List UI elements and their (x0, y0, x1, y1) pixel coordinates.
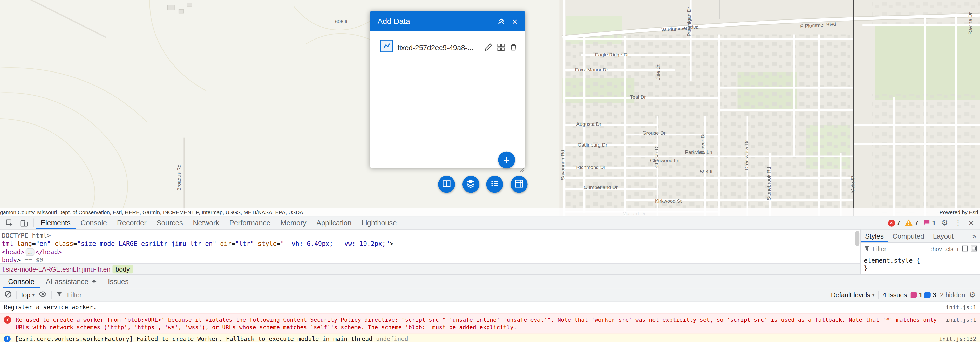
add-data-widget-button[interactable] (438, 176, 455, 193)
map-label: Creekview Dr (744, 140, 749, 170)
error-icon: × (888, 219, 895, 226)
source-link[interactable]: init.js:132 (930, 336, 976, 342)
tab-application[interactable]: Application (312, 216, 356, 229)
map-canvas[interactable]: 606 ft598 ftEagle Ridge DrFoxx Manor DrT… (0, 0, 980, 216)
styles-tabbar: Styles Computed Layout » (861, 230, 980, 243)
styles-filter-input[interactable]: Filter (873, 245, 928, 252)
console-settings-icon[interactable]: ⚙ (969, 290, 975, 299)
tab-lighthouse[interactable]: Lighthouse (356, 216, 402, 229)
dom-tree-node[interactable]: DOCTYPE html> (2, 232, 860, 240)
tab-computed[interactable]: Computed (888, 230, 929, 242)
inspect-icon[interactable] (3, 219, 17, 227)
style-rules: element.style { } (861, 256, 980, 274)
styles-panel: Styles Computed Layout » Filter :hov .cl… (861, 230, 980, 274)
close-icon[interactable]: × (512, 17, 517, 26)
log-levels-dropdown[interactable]: Default levels ▾ (831, 291, 874, 299)
tab-memory[interactable]: Memory (275, 216, 312, 229)
console-message-error[interactable]: 7Refused to create a worker from 'blob:<… (0, 313, 980, 333)
dom-tree[interactable]: DOCTYPE html>tml lang="en" class="size-m… (0, 230, 860, 263)
hidden-messages-count[interactable]: 2 hidden (940, 291, 965, 299)
issue-icon (923, 219, 930, 227)
tab-console-drawer[interactable]: Console (3, 275, 40, 288)
improvement-issue-icon (924, 292, 931, 298)
warning-count: 7 (915, 219, 918, 227)
map-label: Gatlinburg Dr (578, 142, 607, 148)
collapse-icon[interactable] (497, 16, 506, 27)
dialog-header[interactable]: Add Data × (370, 11, 525, 31)
tab-ai-assistance[interactable]: AI assistance (40, 275, 102, 288)
data-source-item[interactable]: fixed-257d2ec9-49a8-... (380, 40, 517, 55)
breadcrumb: l.size-mode-LARGE.esriLtr.jimu-ltr.en bo… (0, 263, 860, 274)
console-warnings-badge[interactable]: 7 (905, 219, 918, 227)
clear-console-icon[interactable] (5, 290, 12, 299)
views-grid-icon[interactable] (497, 43, 505, 51)
computed-sidebar-icon[interactable] (962, 245, 968, 253)
settings-gear-icon[interactable]: ⚙ (938, 218, 951, 227)
console-message-info[interactable]: i[esri.core.workers.workerFactory] Faile… (0, 334, 980, 342)
repeat-count-badge: 7 (4, 316, 11, 324)
console-filter-input[interactable]: Filter (67, 291, 82, 299)
element-style-close: } (864, 265, 977, 272)
resize-handle-icon[interactable] (519, 164, 524, 175)
legend-widget-button[interactable] (486, 176, 503, 193)
new-style-rule-button[interactable]: + (956, 245, 959, 252)
context-label: top (21, 291, 30, 299)
pink-issue-count: 1 (919, 291, 923, 299)
issues-counter[interactable]: 4 Issues: 1 3 (883, 291, 936, 299)
live-expression-icon[interactable] (39, 291, 47, 299)
source-link[interactable]: init.js:1 (937, 304, 976, 311)
funnel-icon (864, 245, 870, 253)
console-errors-badge[interactable]: × 7 (888, 219, 900, 227)
device-toolbar-icon[interactable] (17, 219, 31, 227)
elements-scrollbar[interactable] (855, 231, 859, 261)
hover-state-toggle[interactable]: :hov (931, 245, 942, 252)
console-drawer: Console AI assistance Issues top ▾ Filte… (0, 274, 980, 342)
breadcrumb-body[interactable]: body (112, 264, 133, 273)
map-label: Plover Dr (700, 133, 706, 154)
error-count: 7 (897, 219, 900, 227)
devtools-panel: Elements Console Recorder Sources Networ… (0, 216, 980, 342)
feature-layer-icon (380, 40, 393, 55)
dom-tree-node[interactable]: tml lang="en" class="size-mode-LARGE esr… (2, 240, 860, 248)
map-label: Ptarmigan Dr (686, 7, 692, 36)
rename-icon[interactable] (484, 43, 492, 51)
add-data-button[interactable]: + (498, 152, 515, 168)
issue-count: 1 (932, 219, 935, 227)
map-label: 606 ft (335, 19, 347, 24)
close-devtools-icon[interactable]: × (965, 218, 977, 227)
scrollbar-thumb[interactable] (855, 231, 859, 246)
delete-icon[interactable] (509, 43, 517, 51)
issues-badge[interactable]: 1 (923, 219, 936, 227)
tab-performance[interactable]: Performance (224, 216, 275, 229)
tab-layout[interactable]: Layout (929, 230, 958, 242)
breadcrumb-html[interactable]: l.size-mode-LARGE.esriLtr.jimu-ltr.en (3, 265, 111, 273)
more-options-icon[interactable]: ⋮ (951, 218, 965, 227)
more-panels-icon[interactable]: » (969, 232, 980, 240)
tab-network[interactable]: Network (188, 216, 224, 229)
divider (878, 291, 879, 299)
tab-sources[interactable]: Sources (151, 216, 188, 229)
tab-console[interactable]: Console (76, 216, 112, 229)
source-link[interactable]: init.js:1 (937, 316, 976, 324)
element-style-rule[interactable]: element.style { (864, 257, 977, 265)
execution-context-selector[interactable]: top ▾ (21, 291, 35, 299)
divider (16, 291, 17, 299)
info-icon: i (4, 336, 10, 342)
layout-sidebar-icon[interactable] (970, 245, 977, 253)
map-label: Broadus Rd (176, 165, 182, 191)
map-label: Teal Dr (630, 94, 646, 100)
layers-widget-button[interactable] (462, 176, 479, 193)
map-label: Foxx Manor Dr (575, 67, 608, 73)
dom-tree-node[interactable]: <head>…</head> (2, 248, 860, 256)
table-widget-button[interactable] (510, 176, 527, 193)
drawer-tabbar: Console AI assistance Issues (0, 275, 980, 288)
tab-elements[interactable]: Elements (35, 216, 76, 229)
class-toggle[interactable]: .cls (945, 245, 953, 252)
tab-issues-drawer[interactable]: Issues (102, 275, 134, 288)
dom-tree-node[interactable]: body> == $0 (2, 256, 860, 263)
tab-styles[interactable]: Styles (861, 230, 888, 242)
console-message-log[interactable]: Register a service worker.init.js:1 (0, 302, 980, 314)
styles-toolbar: Filter :hov .cls + (861, 243, 980, 255)
chevron-down-icon: ▾ (32, 292, 35, 297)
tab-recorder[interactable]: Recorder (112, 216, 151, 229)
